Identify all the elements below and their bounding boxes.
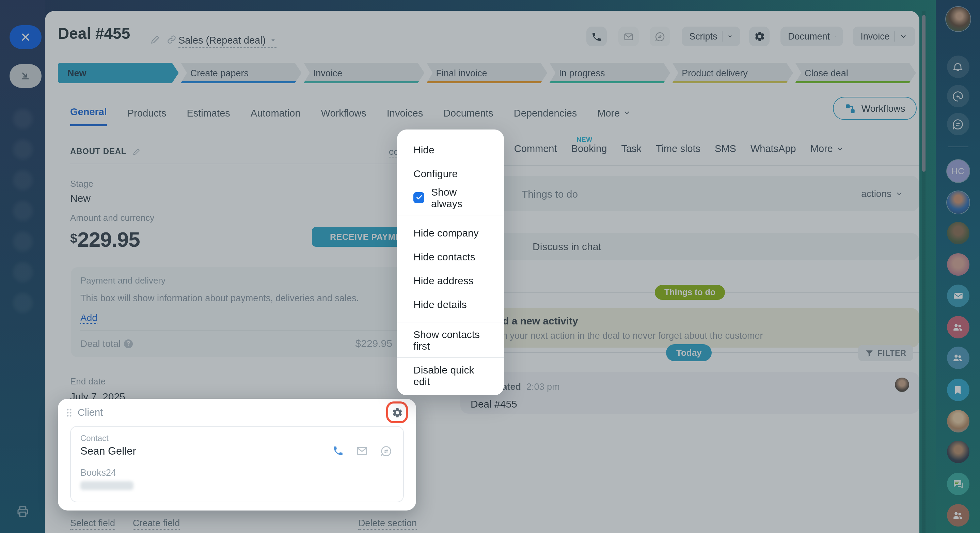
menu-item-hide-details[interactable]: Hide details [397, 292, 504, 316]
phone-icon[interactable] [332, 445, 344, 456]
chat-sync-icon[interactable] [380, 445, 392, 457]
client-section-title: Client [78, 407, 103, 418]
mail-icon[interactable] [355, 444, 368, 457]
menu-item-configure[interactable]: Configure [397, 161, 504, 185]
menu-item-hide-contacts[interactable]: Hide contacts [397, 245, 504, 268]
menu-item-show-always[interactable]: Show always [397, 185, 504, 209]
menu-item-show-contacts-first[interactable]: Show contacts first [397, 328, 504, 352]
gear-icon[interactable] [391, 407, 403, 418]
menu-item-hide-company[interactable]: Hide company [397, 221, 504, 245]
drag-handle-icon[interactable] [66, 407, 72, 418]
divider [397, 357, 504, 358]
redacted-text [80, 481, 134, 490]
contact-name[interactable]: Sean Geller [80, 445, 136, 457]
menu-item-disable-quick-edit[interactable]: Disable quick edit [397, 363, 504, 387]
section-context-menu: Hide Configure Show always Hide company … [397, 129, 504, 395]
client-settings-highlight-ring [386, 401, 408, 423]
divider [397, 322, 504, 322]
menu-item-hide-address[interactable]: Hide address [397, 268, 504, 292]
check-icon [415, 193, 423, 201]
company-name[interactable]: Books24 [80, 468, 116, 478]
divider [397, 215, 504, 215]
client-section-header: Client [66, 407, 103, 418]
contact-actions [332, 444, 392, 457]
contact-label: Contact [80, 434, 109, 443]
app-viewport: Deal #455 Sales (Repeat deal) Scripts [0, 0, 980, 533]
contact-card: Contact Sean Geller Books24 [70, 426, 404, 502]
client-section: Client Contact Sean Geller Books24 [58, 399, 416, 511]
show-always-checkbox[interactable] [414, 192, 424, 203]
menu-item-hide[interactable]: Hide [397, 138, 504, 161]
